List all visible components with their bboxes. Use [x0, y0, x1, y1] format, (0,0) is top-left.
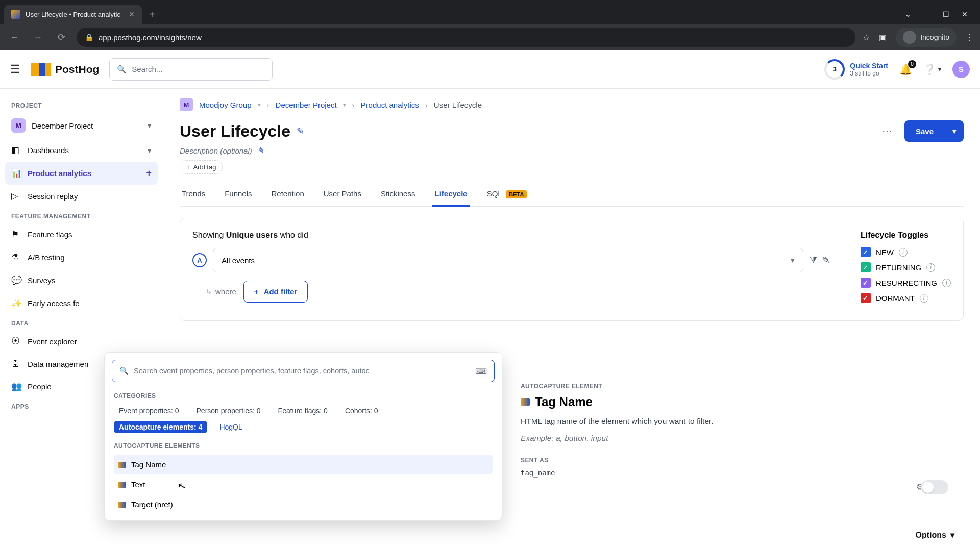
help-icon: ❔	[923, 63, 936, 76]
add-tag-button[interactable]: + Add tag	[180, 160, 223, 174]
breadcrumb-area[interactable]: Product analytics	[361, 101, 419, 109]
user-avatar[interactable]: S	[952, 61, 970, 78]
plus-icon[interactable]: +	[146, 168, 152, 179]
breadcrumb-page: User Lifecycle	[434, 101, 482, 109]
add-filter-button[interactable]: + Add filter	[243, 281, 308, 303]
quickstart-subtitle: 3 still to go	[850, 70, 888, 77]
toggle-returning[interactable]: ✓ RETURNING i	[861, 262, 951, 272]
more-menu-button[interactable]: ⋯	[877, 122, 897, 140]
close-tab-icon[interactable]: ✕	[129, 10, 135, 18]
new-tab-button[interactable]: +	[149, 9, 155, 20]
options-button[interactable]: Options ▾	[916, 530, 954, 540]
config-panel: Showing Unique users who did A All event…	[180, 218, 964, 321]
detail-example: Example: a, button, input	[521, 432, 723, 444]
sidebar-item-surveys[interactable]: 💬 Surveys	[5, 269, 158, 292]
sidebar-item-session-replay[interactable]: ▷ Session replay	[5, 185, 158, 208]
sidebar-section-features: FEATURE MANAGEMENT	[5, 208, 158, 223]
cat-feature-flags[interactable]: Feature flags: 0	[273, 405, 333, 417]
plus-icon: +	[186, 163, 190, 171]
sidebar-item-dashboards[interactable]: ◧ Dashboards ▾	[5, 139, 158, 162]
org-badge: M	[180, 98, 193, 111]
breadcrumb-project[interactable]: December Project	[276, 101, 337, 109]
browser-menu-icon[interactable]: ⋮	[966, 33, 974, 42]
save-button[interactable]: Save ▾	[904, 120, 964, 142]
save-dropdown-icon[interactable]: ▾	[945, 120, 964, 142]
cat-hogql[interactable]: HogQL	[214, 421, 247, 433]
property-item-target[interactable]: Target (href)	[114, 494, 493, 514]
sidebar-item-event-explorer[interactable]: ⦿ Event explorer	[5, 330, 158, 353]
checkbox-icon: ✓	[861, 262, 871, 272]
forward-icon[interactable]: →	[30, 32, 46, 43]
breadcrumb-org[interactable]: Moodjoy Group	[199, 101, 252, 109]
quickstart-progress: 3	[824, 59, 845, 80]
help-button[interactable]: ❔ ▾	[923, 63, 941, 76]
tab-title: User Lifecycle • Product analytic	[26, 11, 120, 18]
people-icon: 👥	[11, 381, 21, 392]
description-placeholder[interactable]: Description (optional)	[180, 146, 252, 155]
sent-as-value: tag_name	[521, 469, 723, 477]
property-item-tag-name[interactable]: Tag Name	[114, 455, 493, 474]
sidebar-section-project: PROJECT	[5, 97, 158, 112]
property-search-input[interactable]: 🔍 Search event properties, person proper…	[112, 360, 495, 382]
sidebar-item-early-access[interactable]: ✨ Early access fe	[5, 292, 158, 315]
bookmark-icon[interactable]: ☆	[863, 33, 870, 42]
page-title: User Lifecycle	[180, 122, 290, 141]
edit-icon[interactable]: ✎	[822, 255, 830, 266]
filter-icon[interactable]: ⧩	[810, 255, 817, 266]
logo[interactable]: PostHog	[31, 63, 99, 76]
sidebar-section-data: DATA	[5, 315, 158, 330]
toggle-switch[interactable]	[921, 480, 948, 494]
url-input[interactable]: 🔒 app.posthog.com/insights/new	[77, 28, 855, 47]
toggle-resurrecting[interactable]: ✓ RESURRECTING i	[861, 278, 951, 288]
search-icon: 🔍	[117, 65, 127, 74]
project-badge: M	[11, 118, 26, 133]
toggle-new[interactable]: ✓ NEW i	[861, 247, 951, 257]
tab-trends[interactable]: Trends	[180, 184, 207, 206]
sidebar-item-product-analytics[interactable]: 📊 Product analytics +	[5, 162, 158, 185]
tab-retention[interactable]: Retention	[270, 184, 306, 206]
info-icon[interactable]: i	[920, 294, 928, 303]
cat-person-properties[interactable]: Person properties: 0	[191, 405, 266, 417]
search-input[interactable]: 🔍 Search...	[109, 58, 273, 81]
tab-lifecycle[interactable]: Lifecycle	[432, 184, 469, 207]
cat-cohorts[interactable]: Cohorts: 0	[340, 405, 383, 417]
back-icon[interactable]: ←	[6, 32, 22, 43]
maximize-icon[interactable]: ☐	[943, 10, 949, 18]
edit-description-icon[interactable]: ✎	[257, 146, 264, 155]
notifications-button[interactable]: 🔔 0	[899, 63, 912, 76]
quickstart[interactable]: 3 Quick Start 3 still to go	[824, 59, 888, 80]
chevron-down-icon[interactable]: ⌄	[905, 10, 911, 18]
flask-icon: ⚗	[11, 252, 21, 263]
sidebar-item-feature-flags[interactable]: ⚑ Feature flags	[5, 223, 158, 246]
sidebar-project-selector[interactable]: M December Project ▾	[5, 112, 158, 139]
cat-autocapture[interactable]: Autocapture elements: 4	[114, 421, 207, 433]
showing-text: Showing Unique users who did	[192, 231, 830, 240]
info-icon[interactable]: i	[899, 248, 908, 257]
tab-sql[interactable]: SQL BETA	[485, 184, 529, 206]
cat-event-properties[interactable]: Event properties: 0	[114, 405, 184, 417]
tab-funnels[interactable]: Funnels	[223, 184, 254, 206]
reload-icon[interactable]: ⟳	[53, 32, 69, 43]
sent-as-label: SENT AS	[521, 457, 723, 464]
info-icon[interactable]: i	[942, 279, 951, 287]
event-select[interactable]: All events ▾	[213, 248, 803, 272]
detail-title: Tag Name	[521, 395, 723, 409]
chevron-down-icon: ▾	[148, 146, 152, 155]
detail-label: AUTOCAPTURE ELEMENT	[521, 383, 723, 390]
property-detail-panel: AUTOCAPTURE ELEMENT Tag Name HTML tag na…	[509, 377, 734, 483]
edit-title-icon[interactable]: ✎	[297, 126, 304, 137]
minimize-icon[interactable]: —	[923, 10, 930, 18]
sidebar-item-ab-testing[interactable]: ⚗ A/B testing	[5, 246, 158, 269]
keyboard-icon: ⌨	[475, 366, 487, 376]
hamburger-icon[interactable]: ☰	[10, 63, 20, 76]
close-window-icon[interactable]: ✕	[962, 10, 968, 18]
info-icon[interactable]: i	[926, 263, 935, 272]
browser-tab[interactable]: User Lifecycle • Product analytic ✕	[4, 5, 142, 24]
lifecycle-toggles: Lifecycle Toggles ✓ NEW i ✓ RETURNING i	[861, 231, 951, 308]
panel-icon[interactable]: ▣	[879, 33, 887, 42]
property-item-text[interactable]: Text	[114, 474, 493, 494]
toggle-dormant[interactable]: ✓ DORMANT i	[861, 293, 951, 303]
tab-user-paths[interactable]: User Paths	[322, 184, 363, 206]
incognito-badge[interactable]: Incognito	[896, 28, 957, 47]
tab-stickiness[interactable]: Stickiness	[379, 184, 418, 206]
